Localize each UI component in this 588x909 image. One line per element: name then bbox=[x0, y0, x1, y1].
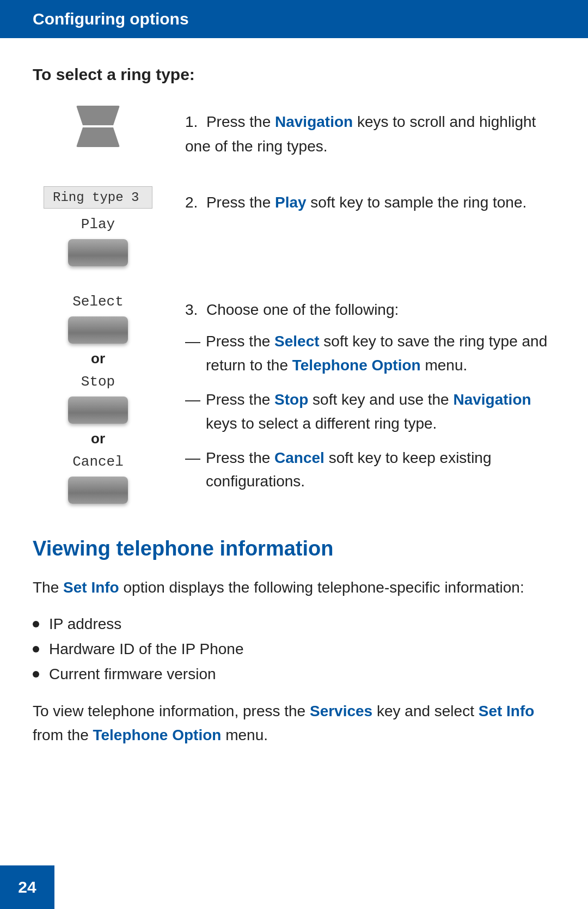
choice-stop: — Press the Stop soft key and use the Na… bbox=[185, 388, 555, 435]
keyword-set-info-2: Set Info bbox=[479, 703, 535, 719]
list-item-firmware: Current firmware version bbox=[33, 666, 555, 683]
dash-1: — bbox=[185, 330, 201, 353]
keyword-select: Select bbox=[274, 333, 320, 350]
list-item-hardware: Hardware ID of the IP Phone bbox=[33, 640, 555, 658]
step-1-description: 1. Press the Navigation keys to scroll a… bbox=[185, 106, 555, 159]
choice-select-text: Press the Select soft key to save the ri… bbox=[206, 330, 555, 377]
list-item-hardware-text: Hardware ID of the IP Phone bbox=[49, 640, 243, 658]
navigation-keys-icon bbox=[76, 106, 120, 147]
cancel-softkey-graphic bbox=[68, 477, 128, 504]
or-cancel-text: or bbox=[91, 430, 105, 447]
list-item-ip-text: IP address bbox=[49, 615, 121, 633]
viewing-para1: The Set Info option displays the followi… bbox=[33, 576, 555, 600]
step-3-number: 3. bbox=[185, 301, 206, 318]
list-item-firmware-text: Current firmware version bbox=[49, 666, 216, 683]
list-item-ip: IP address bbox=[33, 615, 555, 633]
step-1-row: 1. Press the Navigation keys to scroll a… bbox=[33, 106, 555, 159]
nav-up-key bbox=[76, 106, 120, 125]
play-label: Play bbox=[81, 216, 115, 233]
step-3-row: Select or Stop or Cancel 3. Choose one o… bbox=[33, 294, 555, 504]
keyword-cancel: Cancel bbox=[274, 449, 324, 466]
footer: 24 bbox=[0, 865, 54, 909]
header-title: Configuring options bbox=[33, 10, 189, 28]
cancel-label: Cancel bbox=[72, 454, 124, 470]
step-3-graphic: Select or Stop or Cancel bbox=[33, 294, 163, 504]
step-3-description: 3. Choose one of the following: — Press … bbox=[185, 294, 555, 504]
step-1-number: 1. bbox=[185, 113, 206, 130]
viewing-title: Viewing telephone information bbox=[33, 537, 555, 560]
header-bar: Configuring options bbox=[0, 0, 588, 38]
play-softkey-graphic bbox=[68, 239, 128, 266]
step-2-keyword-play: Play bbox=[275, 194, 307, 211]
page-number: 24 bbox=[18, 878, 36, 896]
select-label: Select bbox=[72, 294, 124, 310]
bullet-3 bbox=[33, 671, 39, 678]
viewing-para2: To view telephone information, press the… bbox=[33, 699, 555, 748]
keyword-navigation-2: Navigation bbox=[453, 391, 531, 408]
step-2-text: 2. Press the Play soft key to sample the… bbox=[185, 194, 526, 211]
step-1-keyword-navigation: Navigation bbox=[275, 113, 353, 130]
step-3-choices: — Press the Select soft key to save the … bbox=[185, 330, 555, 493]
nav-down-key bbox=[76, 127, 120, 147]
bullet-1 bbox=[33, 621, 39, 627]
choice-stop-text: Press the Stop soft key and use the Navi… bbox=[206, 388, 555, 435]
ring-type-display: Ring type 3 bbox=[44, 186, 152, 209]
choice-cancel: — Press the Cancel soft key to keep exis… bbox=[185, 446, 555, 493]
step-3-intro: 3. Choose one of the following: bbox=[185, 301, 399, 318]
keyword-services: Services bbox=[310, 703, 372, 719]
select-softkey-graphic bbox=[68, 316, 128, 344]
step-2-row: Ring type 3 Play 2. Press the Play soft … bbox=[33, 186, 555, 266]
step-1-text: 1. Press the Navigation keys to scroll a… bbox=[185, 113, 536, 155]
or-stop-text: or bbox=[91, 350, 105, 367]
stop-label: Stop bbox=[81, 374, 115, 390]
step-2-graphic: Ring type 3 Play bbox=[33, 186, 163, 266]
main-content: To select a ring type: 1. Press the Navi… bbox=[0, 65, 588, 818]
section-heading: To select a ring type: bbox=[33, 65, 555, 84]
choice-select: — Press the Select soft key to save the … bbox=[185, 330, 555, 377]
step-2-number: 2. bbox=[185, 194, 206, 211]
step-1-graphic bbox=[33, 106, 163, 147]
dash-3: — bbox=[185, 446, 201, 469]
choice-cancel-text: Press the Cancel soft key to keep existi… bbox=[206, 446, 555, 493]
keyword-telephone-option-1: Telephone Option bbox=[292, 357, 421, 374]
keyword-stop: Stop bbox=[274, 391, 308, 408]
bullet-2 bbox=[33, 646, 39, 652]
step-2-description: 2. Press the Play soft key to sample the… bbox=[185, 186, 555, 215]
dash-2: — bbox=[185, 388, 201, 411]
stop-softkey-graphic bbox=[68, 396, 128, 424]
keyword-set-info-1: Set Info bbox=[63, 579, 119, 596]
keyword-telephone-option-2: Telephone Option bbox=[93, 727, 221, 743]
